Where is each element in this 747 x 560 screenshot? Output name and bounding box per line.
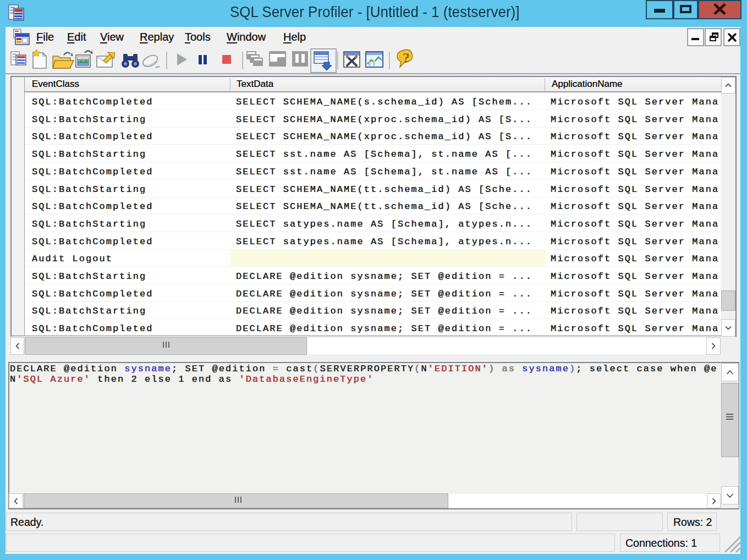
svg-text:?: ? xyxy=(403,50,410,66)
